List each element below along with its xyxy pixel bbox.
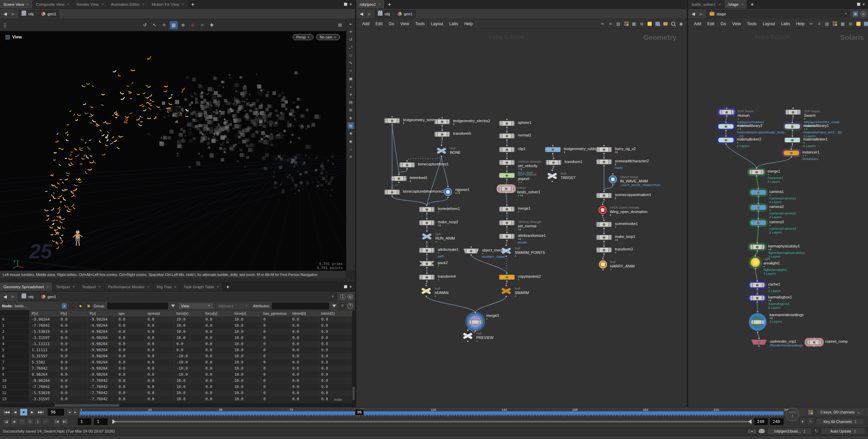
table-horizontal-scrollbar[interactable]: [0, 404, 355, 407]
table-cell[interactable]: 0.0: [319, 323, 348, 329]
tab-boids-solver1[interactable]: boids_solver1✕: [688, 0, 725, 9]
table-row[interactable]: 4-1.111110.0-9.982640.00.00.00.010.000.0…: [0, 341, 352, 347]
table-cell[interactable]: 0: [261, 353, 290, 359]
scoped-channels-icon[interactable]: [807, 409, 814, 416]
menu-edit[interactable]: Edit: [372, 21, 386, 27]
node-testgeometry_rubbertoy2[interactable]: testgeometry_rubbertoy2▮: [545, 147, 561, 152]
side-tool-icon-3[interactable]: ⤢: [347, 44, 354, 51]
range-slider-right-handle[interactable]: [748, 419, 751, 424]
table-cell[interactable]: -10.0: [174, 359, 203, 365]
menu-add[interactable]: Add: [691, 21, 704, 27]
persp-button[interactable]: Persp▼: [293, 34, 313, 40]
close-icon[interactable]: ✕: [67, 3, 69, 6]
timeline-blue-bar[interactable]: [80, 411, 784, 415]
table-row[interactable]: 1-7.760420.0-9.982640.00.010.00.010.000.…: [0, 323, 352, 329]
tab-textport[interactable]: Textport✕: [52, 282, 78, 291]
table-cell[interactable]: -9.98264: [88, 341, 117, 347]
back-icon[interactable]: ◀: [358, 11, 365, 16]
table-cell[interactable]: 0.0: [203, 384, 232, 390]
breadcrumb[interactable]: obj 〉 geo1: [375, 10, 416, 18]
detail-mode-icon[interactable]: ▣: [86, 303, 92, 309]
node-cache1[interactable]: cache1●2 Layers: [749, 282, 765, 288]
side-tool-icon-6[interactable]: ⌗: [347, 67, 354, 74]
node-attribcreate1[interactable]: attribcreate1●path: [419, 248, 435, 253]
pan-icon[interactable]: ✛: [160, 21, 168, 29]
table-cell[interactable]: -9.98264: [88, 323, 117, 329]
node-camera1[interactable]: camera1●/cameras/camera12 Layers: [750, 190, 766, 195]
group-filter-icon[interactable]: [171, 305, 175, 307]
menu-labs[interactable]: Labs: [778, 21, 793, 27]
table-cell[interactable]: 9.98264: [30, 372, 59, 378]
table-cell[interactable]: 0.0: [203, 347, 232, 353]
table-cell[interactable]: 10.0: [232, 341, 261, 347]
camera-select-button[interactable]: No cam▼: [316, 34, 340, 40]
close-icon[interactable]: ✕: [174, 285, 177, 289]
tab-composite-view[interactable]: Composite View✕: [33, 0, 73, 9]
table-cell[interactable]: 0.0: [203, 390, 232, 396]
node-usdrender_rop1[interactable]: usdrender_rop1/Render/rendersettings: [751, 340, 767, 345]
table-cell[interactable]: 0.0: [117, 384, 145, 390]
side-tool-icon-17[interactable]: ✕: [347, 153, 354, 160]
table-cell[interactable]: 10.0: [232, 347, 261, 353]
table-cell[interactable]: 0.0: [117, 353, 145, 359]
menu-layout[interactable]: Layout: [760, 21, 778, 27]
table-cell[interactable]: 0.0: [117, 335, 145, 341]
side-tool-icon-16[interactable]: ⌂: [347, 146, 354, 152]
node-karmaphysicalsky1[interactable]: karmaphysicalsky1●▮/lights/karmaphysical…: [749, 244, 765, 249]
range-start-field2[interactable]: 1: [94, 418, 108, 425]
table-cell[interactable]: 10.0: [174, 384, 203, 390]
table-cell[interactable]: 10.0: [232, 365, 261, 372]
tab-scene-view[interactable]: Scene View✕: [0, 0, 33, 9]
node-PREVIEW[interactable]: NullPREVIEW●: [462, 332, 473, 340]
table-cell[interactable]: 0.0: [290, 390, 319, 396]
tab-animation-editor[interactable]: Animation Editor✕: [108, 0, 149, 9]
table-cell[interactable]: 0: [261, 390, 290, 396]
table-cell[interactable]: 0: [261, 316, 290, 323]
table-cell[interactable]: 0.0: [290, 335, 319, 341]
table-cell[interactable]: 0.0: [319, 341, 348, 347]
table-cell[interactable]: 0.0: [203, 341, 232, 347]
subnet-icon[interactable]: ⧉: [639, 21, 645, 27]
add-tab-button[interactable]: +: [385, 0, 394, 9]
node-instancer1[interactable]: instancer1▲●/instancer1: [784, 150, 799, 156]
next-frame-button[interactable]: ▸: [73, 408, 78, 416]
table-cell[interactable]: 0.0: [117, 329, 145, 335]
table-row[interactable]: 10-9.982640.0-7.760420.00.010.00.010.000…: [0, 378, 352, 384]
node-testgeometry_electra2[interactable]: testgeometry_electra2▮: [434, 119, 450, 124]
table-cell[interactable]: -5.53819: [30, 390, 59, 396]
node-merge1[interactable]: merge1●/instancer12 Layers: [749, 169, 764, 175]
tree-view-icon[interactable]: ≡: [607, 21, 614, 27]
menu-view[interactable]: View: [729, 21, 744, 27]
side-tool-icon-2[interactable]: ↺: [347, 36, 354, 43]
table-cell[interactable]: 0.0: [145, 341, 174, 347]
table-row[interactable]: 87.760420.0-9.982640.00.0-10.00.010.000.…: [0, 365, 352, 372]
close-icon[interactable]: ✕: [741, 3, 744, 6]
close-icon[interactable]: ✕: [27, 3, 29, 6]
table-cell[interactable]: 0.0: [59, 372, 88, 378]
side-tool-icon-0[interactable]: ▸: [347, 20, 354, 27]
play-button[interactable]: ▶: [28, 408, 36, 416]
help-icon[interactable]: ?: [347, 303, 353, 309]
table-cell[interactable]: 5.5382: [30, 359, 59, 365]
breadcrumb[interactable]: stage ▼: [707, 10, 850, 18]
attributes-input[interactable]: [272, 303, 329, 309]
node-merge1[interactable]: merge1●: [499, 207, 515, 212]
back-icon[interactable]: ◀: [690, 11, 696, 16]
node-transform5[interactable]: transform5: [434, 132, 450, 137]
node-BONE[interactable]: NullBONE: [436, 147, 447, 155]
close-icon[interactable]: ✕: [46, 285, 49, 289]
side-tool-icon-12[interactable]: ◈: [347, 114, 354, 121]
add-tab-button[interactable]: +: [188, 0, 198, 9]
side-tool-icon-8[interactable]: ◒: [347, 83, 354, 90]
table-cell[interactable]: 0.0: [59, 329, 88, 335]
table-cell[interactable]: 0.0: [203, 353, 232, 359]
table-cell[interactable]: 0.0: [117, 365, 145, 372]
table-cell[interactable]: 0: [261, 396, 290, 402]
menu-go[interactable]: Go: [386, 21, 397, 27]
table-cell[interactable]: 0.0: [319, 316, 348, 323]
attributes-filter-icon[interactable]: [332, 305, 336, 307]
table-cell[interactable]: 0.0: [145, 378, 174, 384]
table-cell[interactable]: -9.98264: [88, 329, 117, 335]
range-end-field[interactable]: 240: [754, 418, 768, 425]
table-cell[interactable]: 0.0: [117, 316, 145, 323]
